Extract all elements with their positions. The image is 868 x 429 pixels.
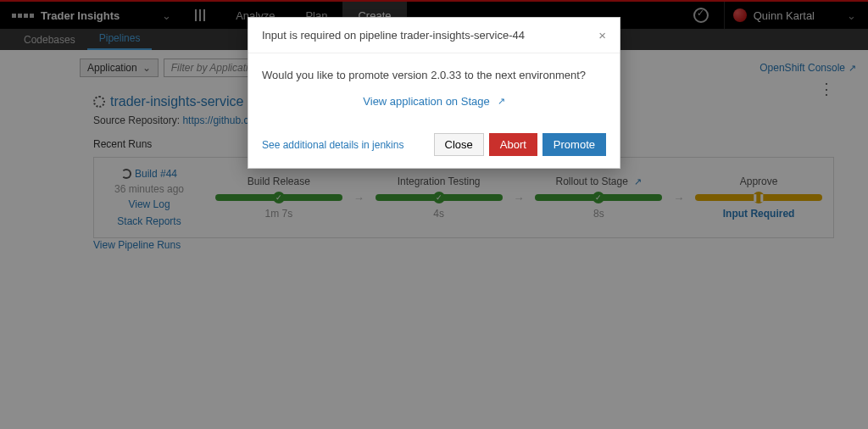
- promote-button[interactable]: Promote: [542, 133, 606, 156]
- modal-question: Would you like to promote version 2.0.33…: [262, 69, 606, 81]
- view-application-link[interactable]: View application on Stage ↗: [363, 95, 504, 108]
- close-button[interactable]: Close: [434, 133, 484, 156]
- jenkins-details-link[interactable]: See additional details in jenkins: [262, 139, 403, 151]
- abort-button[interactable]: Abort: [489, 133, 537, 156]
- external-link-icon: ↗: [498, 96, 505, 107]
- view-application-label: View application on Stage: [363, 95, 489, 108]
- input-required-modal: Input is required on pipeline trader-ins…: [248, 17, 620, 169]
- close-icon[interactable]: ×: [598, 28, 606, 42]
- modal-title: Input is required on pipeline trader-ins…: [262, 29, 525, 42]
